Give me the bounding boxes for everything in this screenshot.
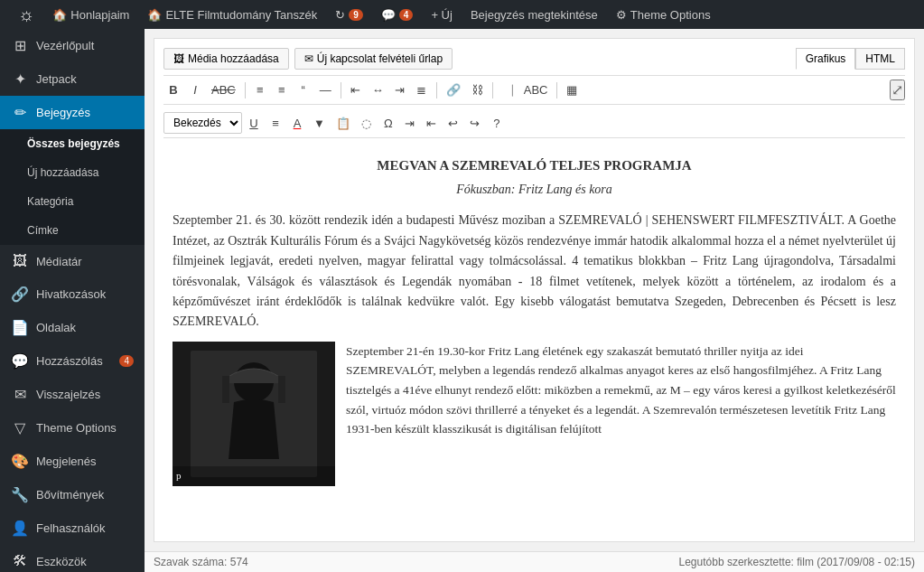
tab-visual[interactable]: Grafikus bbox=[796, 48, 856, 70]
add-contact-button[interactable]: ✉ Új kapcsolat felvételi űrlap bbox=[294, 48, 453, 70]
indent-button[interactable]: ⇥ bbox=[400, 114, 420, 133]
redo-button[interactable]: ↪ bbox=[465, 114, 485, 133]
dashboard-icon: ⊞ bbox=[11, 37, 29, 54]
editor-container: 🖼 Média hozzáadása ✉ Új kapcsolat felvét… bbox=[154, 38, 915, 542]
pages-icon: 📄 bbox=[11, 319, 29, 336]
theme-options-adminbar-item[interactable]: ⚙ Theme Options bbox=[607, 0, 720, 29]
sidebar-item-pages[interactable]: 📄 Oldalak bbox=[0, 311, 145, 344]
site-name-item[interactable]: 🏠 ELTE Filmtudomány Tanszék bbox=[138, 0, 326, 29]
justify-button[interactable]: ≡ bbox=[266, 114, 285, 133]
sidebar-item-category[interactable]: Kategória bbox=[0, 187, 145, 216]
sidebar-item-all-posts[interactable]: Összes bejegyzés bbox=[0, 129, 145, 158]
sidebar-item-plugins[interactable]: 🔧 Bővítmények bbox=[0, 478, 145, 511]
sidebar-item-feedback[interactable]: ✉ Visszajelzés bbox=[0, 378, 145, 411]
align-justify-button[interactable]: ≣ bbox=[412, 80, 432, 99]
sidebar-item-links[interactable]: 🔗 Hivatkozások bbox=[0, 277, 145, 311]
sidebar-item-add-new[interactable]: Új hozzáadása bbox=[0, 158, 145, 187]
updates-icon: ↻ bbox=[335, 8, 345, 22]
wp-logo-item[interactable]: ☼ bbox=[9, 0, 43, 29]
theme-options-sidebar-label: Theme Options bbox=[36, 421, 117, 435]
italic-button[interactable]: I bbox=[185, 80, 205, 99]
ul-button[interactable]: ≡ bbox=[250, 80, 270, 99]
comments-sidebar-icon: 💬 bbox=[11, 352, 29, 370]
font-color-dropdown[interactable]: ▼ bbox=[309, 114, 330, 133]
align-left-button[interactable]: ⇤ bbox=[346, 80, 366, 99]
sidebar-item-media[interactable]: 🖼 Médiatár bbox=[0, 245, 145, 277]
special-char-button[interactable]: Ω bbox=[378, 114, 398, 133]
paragraph-select[interactable]: Bekezdés bbox=[163, 112, 242, 134]
outdent-button[interactable]: ⇤ bbox=[422, 114, 442, 133]
editor-content[interactable]: MEGVAN A SZEMREVALÓ TELJES PROGRAMJA Fók… bbox=[163, 145, 905, 495]
comments-badge: 4 bbox=[399, 9, 414, 21]
font-color-button[interactable]: A bbox=[287, 114, 307, 133]
sidebar-item-dashboard[interactable]: ⊞ Vezérlőpult bbox=[0, 29, 145, 62]
sidebar-item-appearance[interactable]: 🎨 Megjelenés bbox=[0, 445, 145, 478]
add-media-icon: 🖼 bbox=[173, 52, 184, 65]
separator-3 bbox=[436, 82, 437, 98]
sidebar-item-posts[interactable]: ✏ Bejegyzés bbox=[0, 96, 145, 129]
sidebar-item-jetpack[interactable]: ✦ Jetpack bbox=[0, 62, 145, 96]
separator-5 bbox=[556, 82, 557, 98]
insert-button[interactable]: ⎹ bbox=[498, 80, 518, 100]
appearance-icon: 🎨 bbox=[11, 453, 29, 470]
unlink-button[interactable]: ⛓ bbox=[467, 80, 488, 99]
add-media-label: Média hozzáadása bbox=[188, 52, 279, 65]
bold-button[interactable]: B bbox=[163, 80, 183, 99]
honlapjaim-item[interactable]: 🏠 Honlapjaim bbox=[43, 0, 138, 29]
align-center-button[interactable]: ↔ bbox=[368, 80, 388, 99]
site-icon: 🏠 bbox=[147, 8, 162, 22]
blockquote-button[interactable]: “ bbox=[294, 80, 313, 99]
comments-adminbar-item[interactable]: 💬 4 bbox=[372, 0, 423, 29]
new-post-item[interactable]: + Új bbox=[422, 0, 461, 29]
clear-format-button[interactable]: ◌ bbox=[357, 114, 377, 133]
last-edited-label: Legutóbb szerkesztette: film (2017/09/08… bbox=[679, 556, 916, 568]
format-toolbar-1: B I ABC ≡ ≡ “ — ⇤ ↔ ⇥ ≣ 🔗 ⛓ ⎹ ABC ▦ ⤢ bbox=[163, 75, 905, 105]
word-count-text: Szavak száma: bbox=[154, 556, 227, 568]
spell-button[interactable]: ABC bbox=[519, 80, 553, 99]
posts-label: Bejegyzés bbox=[36, 106, 90, 119]
tab-visual-label: Grafikus bbox=[806, 52, 846, 65]
home-icon: 🏠 bbox=[52, 8, 67, 22]
ol-button[interactable]: ≡ bbox=[272, 80, 292, 99]
add-media-button[interactable]: 🖼 Média hozzáadása bbox=[163, 48, 289, 70]
format-toolbar-2: Bekezdés U ≡ A ▼ 📋 ◌ Ω ⇥ ⇤ ↩ ↪ ? bbox=[163, 108, 905, 138]
view-post-item[interactable]: Bejegyzés megtekintése bbox=[462, 0, 607, 29]
align-right-button[interactable]: ⇥ bbox=[390, 80, 410, 99]
dashboard-label: Vezérlőpult bbox=[36, 39, 94, 52]
image-placeholder bbox=[173, 342, 335, 486]
sidebar-item-comments[interactable]: 💬 Hozzászólás 4 bbox=[0, 344, 145, 378]
wp-icon: ☼ bbox=[18, 5, 34, 25]
comments-icon: 💬 bbox=[381, 8, 396, 22]
sidebar-item-users[interactable]: 👤 Felhasználók bbox=[0, 511, 145, 545]
sidebar-item-theme-options[interactable]: ▽ Theme Options bbox=[0, 411, 145, 445]
tools-icon: 🛠 bbox=[11, 553, 29, 569]
admin-bar: ☼ 🏠 Honlapjaim 🏠 ELTE Filmtudomány Tansz… bbox=[0, 0, 924, 29]
strikethrough-button[interactable]: ABC bbox=[207, 80, 240, 99]
gear-icon: ⚙ bbox=[616, 8, 627, 22]
separator-4 bbox=[492, 82, 493, 98]
tab-html[interactable]: HTML bbox=[855, 48, 905, 70]
posts-submenu: Összes bejegyzés Új hozzáadása Kategória… bbox=[0, 129, 145, 245]
new-post-label: + Új bbox=[431, 8, 452, 22]
feedback-label: Visszajelzés bbox=[36, 388, 100, 401]
underline-button[interactable]: U bbox=[244, 114, 264, 133]
plugins-icon: 🔧 bbox=[11, 486, 29, 503]
help-button[interactable]: ? bbox=[487, 114, 507, 133]
undo-button[interactable]: ↩ bbox=[443, 114, 463, 133]
updates-item[interactable]: ↻ 9 bbox=[326, 0, 372, 29]
article-image-section: p Szeptember 21-én 19.30-kor Fritz Lang … bbox=[173, 342, 896, 486]
updates-badge: 9 bbox=[349, 9, 363, 21]
word-count-value: 574 bbox=[230, 556, 248, 568]
word-count-label: Szavak száma: 574 bbox=[154, 556, 248, 568]
article-subtitle: Fókuszban: Fritz Lang és kora bbox=[173, 180, 896, 200]
fullscreen-button[interactable]: ⤢ bbox=[890, 80, 905, 100]
link-button[interactable]: 🔗 bbox=[442, 80, 465, 99]
image-caption: p bbox=[173, 466, 335, 486]
hr-button[interactable]: — bbox=[315, 80, 336, 99]
comments-sidebar-label: Hozzászólás bbox=[36, 354, 103, 368]
table-button[interactable]: ▦ bbox=[562, 80, 582, 99]
sidebar-item-tools[interactable]: 🛠 Eszközök bbox=[0, 545, 145, 572]
sidebar-item-tag[interactable]: Címke bbox=[0, 216, 145, 245]
media-icon: 🖼 bbox=[11, 253, 29, 269]
paste-text-button[interactable]: 📋 bbox=[331, 114, 355, 133]
